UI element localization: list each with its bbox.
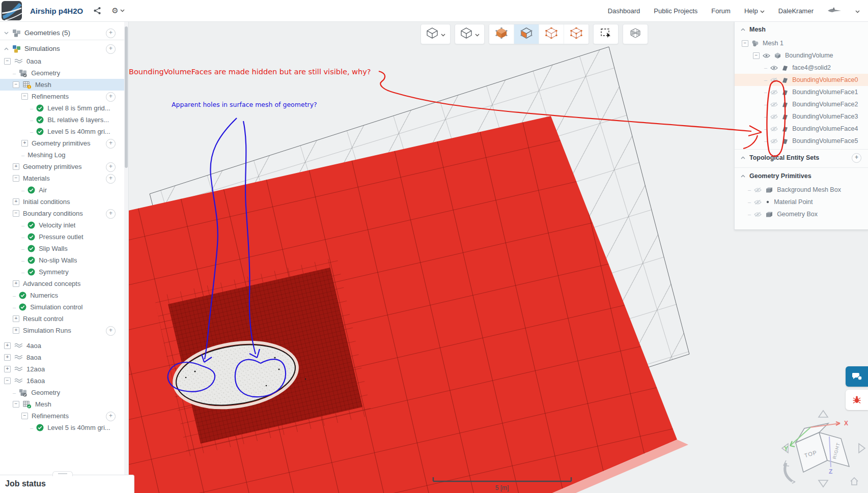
share-button[interactable] bbox=[93, 7, 101, 15]
visibility-off-icon[interactable] bbox=[770, 138, 778, 144]
view-cube[interactable]: TOP RIGHT bbox=[796, 423, 849, 472]
sidebar-item-boundary-conditions[interactable]: −Boundary conditions+ bbox=[0, 208, 128, 219]
add-entity-set-button[interactable]: + bbox=[852, 153, 861, 163]
mesh-item-boundingvolumeface4[interactable]: –BoundingVolumeFace4 bbox=[735, 123, 868, 135]
nav-help[interactable]: Help bbox=[744, 7, 765, 15]
sidebar-item-advanced-concepts[interactable]: +Advanced concepts bbox=[0, 278, 128, 289]
chevron-up-icon[interactable] bbox=[4, 47, 9, 50]
expander-expand[interactable]: + bbox=[4, 366, 11, 372]
rotate-down-button[interactable] bbox=[819, 480, 828, 487]
sidebar-item-12aoa[interactable]: +12aoa bbox=[0, 363, 128, 375]
expander-collapse[interactable]: − bbox=[21, 413, 28, 419]
sidebar-item-refinements[interactable]: −Refinements+ bbox=[0, 91, 128, 102]
job-status-panel[interactable]: Job status bbox=[0, 475, 134, 493]
mesh-display-button[interactable] bbox=[623, 24, 648, 44]
add-button[interactable]: + bbox=[106, 162, 116, 172]
sidebar-item-materials[interactable]: −Materials+ bbox=[0, 172, 128, 184]
add-button[interactable]: + bbox=[106, 92, 116, 102]
add-button[interactable]: + bbox=[106, 28, 116, 38]
expander-collapse[interactable]: − bbox=[13, 210, 19, 217]
sidebar-item-mesh[interactable]: −Mesh bbox=[0, 398, 128, 410]
visibility-off-icon[interactable] bbox=[770, 114, 778, 120]
visibility-on-icon[interactable] bbox=[770, 65, 778, 71]
sidebar-item-velocity-inlet[interactable]: –Velocity inlet bbox=[0, 219, 128, 231]
visibility-off-icon[interactable] bbox=[770, 90, 778, 95]
expander-collapse[interactable]: − bbox=[13, 175, 19, 182]
expander-collapse[interactable]: − bbox=[4, 58, 11, 65]
mesh-item-mesh-1[interactable]: −Mesh 1 bbox=[735, 37, 868, 49]
app-logo-icon[interactable] bbox=[0, 0, 23, 21]
sidebar-item-numerics[interactable]: –Numerics bbox=[0, 289, 128, 301]
project-settings-button[interactable]: ⚙ bbox=[111, 6, 124, 15]
sidebar-item-pressure-outlet[interactable]: –Pressure outlet bbox=[0, 231, 128, 243]
nav-dalekramer[interactable]: DaleKramer bbox=[778, 7, 814, 15]
sidebar-item-geometry[interactable]: –Geometry bbox=[0, 387, 128, 398]
support-chat-button[interactable] bbox=[846, 366, 868, 387]
rotate-right-button[interactable] bbox=[859, 444, 865, 453]
sidebar-item-slip-walls[interactable]: –Slip Walls bbox=[0, 243, 128, 254]
visibility-off-icon[interactable] bbox=[754, 199, 762, 205]
sidebar-item-mesh[interactable]: −Mesh bbox=[0, 79, 128, 91]
sidebar-item-geometry-primitives[interactable]: +Geometry primitives+ bbox=[0, 161, 128, 172]
chevron-down-icon[interactable] bbox=[855, 7, 860, 15]
sidebar-item-air[interactable]: –Air bbox=[0, 184, 128, 196]
home-view-button[interactable] bbox=[851, 478, 858, 485]
geometry-primitives-header[interactable]: Geometry Primitives bbox=[735, 167, 868, 184]
expander-collapse[interactable]: − bbox=[13, 81, 19, 88]
sidebar-item-symmetry[interactable]: –Symmetry bbox=[0, 266, 128, 278]
chevron-down-icon[interactable] bbox=[4, 32, 9, 35]
mesh-item-face4-solid2[interactable]: –face4@solid2 bbox=[735, 62, 868, 74]
select-vertices-button[interactable] bbox=[564, 24, 589, 44]
sidebar-item-16aoa[interactable]: −16aoa bbox=[0, 375, 128, 387]
rotate-up-button[interactable] bbox=[819, 411, 828, 417]
expander-expand[interactable]: + bbox=[13, 163, 19, 170]
visibility-off-icon[interactable] bbox=[754, 212, 762, 217]
visibility-off-icon[interactable] bbox=[754, 187, 762, 193]
sidebar-item-simulation-control[interactable]: –Simulation control bbox=[0, 301, 128, 313]
sidebar-item-refinements[interactable]: −Refinements+ bbox=[0, 410, 128, 422]
standard-views-button[interactable] bbox=[421, 24, 451, 44]
nav-public-projects[interactable]: Public Projects bbox=[654, 7, 697, 15]
sidebar-item-bl-relative-6-layers[interactable]: –BL relative 6 layers... bbox=[0, 114, 128, 126]
sidebar-item-level-5-is-40mm-gri[interactable]: –Level 5 is 40mm gri... bbox=[0, 422, 128, 433]
expander-collapse[interactable]: − bbox=[4, 378, 11, 384]
user-avatar[interactable] bbox=[827, 7, 842, 15]
add-button[interactable]: + bbox=[106, 209, 116, 219]
expander-expand[interactable]: + bbox=[13, 315, 19, 322]
primitive-item-material-point[interactable]: –Material Point bbox=[735, 196, 868, 208]
sidebar-item-geometry[interactable]: –Geometry bbox=[0, 67, 128, 79]
sidebar-item-level-5-is-40mm-gri[interactable]: –Level 5 is 40mm gri... bbox=[0, 126, 128, 137]
visibility-on-icon[interactable] bbox=[763, 53, 770, 59]
expander-collapse[interactable]: − bbox=[742, 40, 748, 47]
expander-expand[interactable]: + bbox=[13, 280, 19, 287]
add-button[interactable]: + bbox=[106, 139, 116, 149]
select-faces-button[interactable] bbox=[514, 24, 539, 44]
sidebar-item-geometry-primitives[interactable]: +Geometry primitives+ bbox=[0, 137, 128, 149]
mesh-item-boundingvolume[interactable]: −BoundingVolume bbox=[735, 49, 868, 62]
select-volumes-button[interactable] bbox=[489, 24, 514, 44]
panel-drag-handle[interactable] bbox=[52, 471, 73, 476]
sidebar-item-result-control[interactable]: +Result control bbox=[0, 313, 128, 325]
expander-collapse[interactable]: − bbox=[753, 52, 760, 59]
expander-collapse[interactable]: − bbox=[21, 93, 28, 100]
expander-expand[interactable]: + bbox=[13, 327, 19, 334]
mesh-item-boundingvolumeface0[interactable]: –BoundingVolumeFace0 bbox=[735, 74, 868, 86]
expander-expand[interactable]: + bbox=[4, 342, 11, 349]
expander-collapse[interactable]: − bbox=[13, 401, 19, 408]
add-button[interactable]: + bbox=[106, 44, 116, 54]
sidebar-item-4aoa[interactable]: +4aoa bbox=[0, 340, 128, 352]
view-gizmo[interactable]: TOP RIGHT X Y Z bbox=[779, 404, 868, 493]
sidebar-item-level-8-is-5mm-grid[interactable]: –Level 8 is 5mm grid... bbox=[0, 102, 128, 114]
expander-expand[interactable]: + bbox=[4, 354, 11, 361]
primitive-item-geometry-box[interactable]: –Geometry Box bbox=[735, 208, 868, 220]
expander-expand[interactable]: + bbox=[13, 198, 19, 205]
mesh-item-boundingvolumeface3[interactable]: –BoundingVolumeFace3 bbox=[735, 110, 868, 123]
sidebar-scrollbar[interactable] bbox=[124, 21, 128, 475]
mesh-item-boundingvolumeface2[interactable]: –BoundingVolumeFace2 bbox=[735, 98, 868, 110]
nav-dashboard[interactable]: Dashboard bbox=[608, 7, 640, 15]
sidebar-item-simulation-runs[interactable]: +Simulation Runs+ bbox=[0, 325, 128, 336]
sidebar-item-initial-conditions[interactable]: +Initial conditions bbox=[0, 196, 128, 208]
sidebar-item-no-slip-walls[interactable]: –No-slip Walls bbox=[0, 254, 128, 266]
sidebar-item-meshing-log[interactable]: –Meshing Log bbox=[0, 149, 128, 161]
topological-entity-sets-header[interactable]: Topological Entity Sets + bbox=[735, 149, 868, 165]
